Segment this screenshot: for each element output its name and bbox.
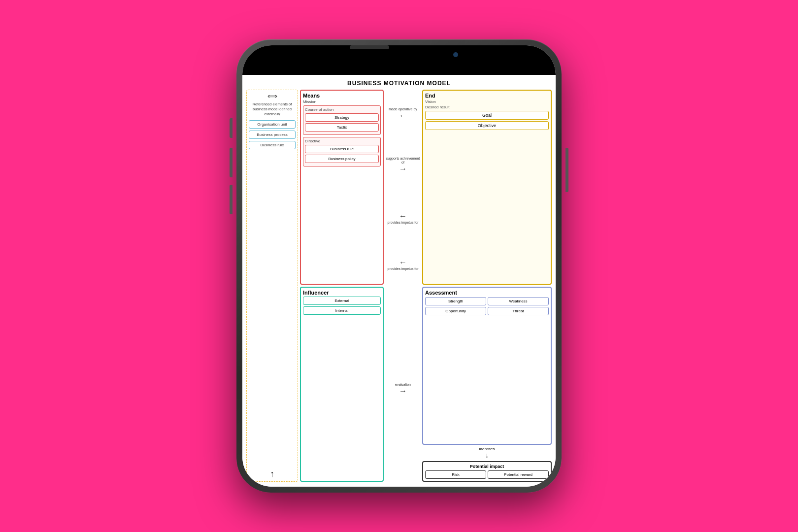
internal-box: Internal (303, 306, 381, 315)
volume-down-button (230, 185, 233, 214)
organisation-unit-box: Organisation unit (249, 120, 296, 129)
directive-label: Directive (305, 139, 379, 143)
diagram-title: BUSINESS MOTIVATION MODEL (246, 80, 552, 87)
identifies-connector: identifies ↓ (422, 447, 552, 459)
influencer-label: Influencer (303, 290, 381, 296)
provides-impetus-2-label: provides impetus for (387, 267, 418, 271)
risk-box: Risk (425, 470, 486, 479)
goal-box: Goal (425, 111, 549, 120)
business-policy-box: Business policy (305, 155, 379, 163)
supports-achievement-connector: supports achievement of → (386, 157, 420, 174)
pi-grid: Risk Potential reward (425, 470, 549, 479)
phone-shell: BUSINESS MOTIVATION MODEL ⟺ Referenced e… (236, 39, 562, 493)
assessment-box: Assessment Strength Weakness Opportunity… (422, 287, 552, 445)
assessment-label: Assessment (425, 290, 549, 296)
right-arrow-1: → (399, 165, 407, 173)
bottom-connector: evaluation → (386, 287, 420, 482)
supports-achievement-label: supports achievement of (386, 157, 420, 165)
potential-reward-box: Potential reward (488, 470, 549, 479)
mission-label: Mission (303, 100, 381, 104)
connector-column: made operative by ← supports achievement… (386, 90, 420, 285)
threat-box: Threat (488, 307, 549, 315)
screen-content: BUSINESS MOTIVATION MODEL ⟺ Referenced e… (242, 75, 556, 487)
course-of-action-box: Course of action Strategy Tactic (303, 105, 381, 135)
phone-screen: BUSINESS MOTIVATION MODEL ⟺ Referenced e… (242, 45, 556, 487)
left-arrow-1: ← (399, 111, 407, 120)
vision-label: Vision (425, 100, 549, 104)
diagram: BUSINESS MOTIVATION MODEL ⟺ Referenced e… (246, 80, 552, 484)
business-rule-inner-box: Business rule (305, 145, 379, 153)
opportunity-box: Opportunity (425, 307, 486, 315)
notch-area (242, 45, 556, 75)
exchange-arrow: ⟺ (249, 92, 296, 100)
bottom-row: Influencer External Internal evaluation … (300, 287, 552, 482)
objective-box: Objective (425, 121, 549, 130)
top-row: Means Mission Course of action Strategy … (300, 90, 552, 285)
influencer-box: Influencer External Internal (300, 287, 384, 482)
swot-grid: Strength Weakness Opportunity Threat (425, 297, 549, 315)
right-bottom-column: Assessment Strength Weakness Opportunity… (422, 287, 552, 482)
potential-impact-label: Potential impact (425, 464, 549, 469)
provides-impetus-2-connector: ← provides impetus for (387, 258, 418, 271)
left-section-label: Referenced elements of business model de… (249, 102, 296, 116)
phone-inner: BUSINESS MOTIVATION MODEL ⟺ Referenced e… (242, 45, 556, 487)
course-of-action-label: Course of action (305, 107, 379, 112)
down-arrow: ↓ (485, 451, 489, 459)
directive-box: Directive Business rule Business policy (303, 137, 381, 166)
diagram-body: ⟺ Referenced elements of business model … (246, 90, 552, 482)
evaluation-connector: evaluation → (395, 383, 411, 396)
power-button (565, 148, 568, 192)
potential-impact-box: Potential impact Risk Potential reward (422, 461, 552, 482)
strategy-box: Strategy (305, 113, 379, 122)
weakness-box: Weakness (488, 297, 549, 305)
provides-impetus-1-connector: ← provides impetus for (387, 212, 418, 225)
identifies-label: identifies (479, 447, 495, 451)
end-box: End Vision Desired result Goal Objective (422, 90, 552, 285)
left-arrow-3: ← (399, 258, 407, 267)
volume-up-button (230, 148, 233, 177)
business-process-box: Business process (249, 131, 296, 139)
tactic-box: Tactic (305, 123, 379, 132)
up-arrow: ↑ (249, 466, 296, 479)
left-referenced-section: ⟺ Referenced elements of business model … (246, 90, 298, 482)
made-operative-connector: made operative by ← (389, 107, 417, 120)
means-box: Means Mission Course of action Strategy … (300, 90, 384, 285)
means-label: Means (303, 93, 381, 99)
evaluation-label: evaluation (395, 383, 411, 387)
left-arrow-2: ← (399, 212, 407, 221)
made-operative-label: made operative by (389, 107, 417, 111)
volume-mute-button (230, 118, 233, 138)
speaker-icon (350, 45, 389, 49)
external-box: External (303, 297, 381, 305)
desired-result-label: Desired result (425, 105, 549, 109)
strength-box: Strength (425, 297, 486, 305)
end-label: End (425, 93, 549, 99)
right-arrow-2: → (399, 387, 407, 396)
right-main-section: Means Mission Course of action Strategy … (300, 90, 552, 482)
provides-impetus-1-label: provides impetus for (387, 221, 418, 225)
business-rule-box: Business rule (249, 141, 296, 149)
camera-icon (453, 52, 458, 57)
notch-cutout (350, 45, 448, 64)
